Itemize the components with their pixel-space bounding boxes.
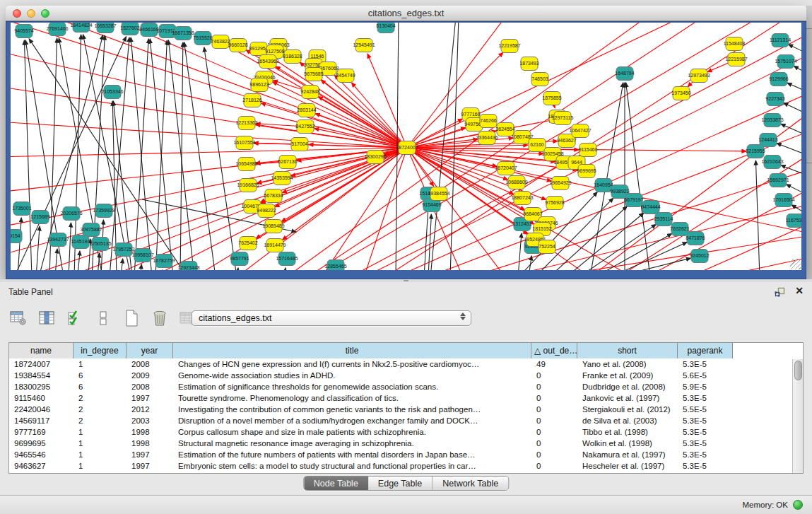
network-node[interactable]: 8427552	[295, 120, 314, 134]
table-cell[interactable]: Tibbo et al. (1998)	[577, 426, 678, 438]
network-node[interactable]: 9699695	[577, 165, 596, 178]
table-cell[interactable]: 18300295	[9, 381, 73, 392]
network-node[interactable]: 2803144	[297, 104, 316, 117]
table-cell[interactable]: 1	[73, 460, 126, 472]
table-cell[interactable]: 0	[531, 392, 577, 404]
table-cell[interactable]: 1997	[126, 460, 173, 472]
table-cell[interactable]: 5.9E-5	[678, 381, 733, 392]
network-node[interactable]: 9405574	[14, 25, 33, 38]
network-node[interactable]: 16914479	[264, 239, 286, 252]
table-cell[interactable]: Corpus callosum shape and size in male p…	[173, 426, 531, 438]
network-node[interactable]: 10653287	[94, 23, 116, 33]
table-cell[interactable]: 1998	[126, 426, 173, 438]
table-row[interactable]: 969969511998Structural magnetic resonanc…	[9, 438, 803, 449]
table-cell[interactable]: 1	[73, 358, 126, 370]
network-node[interactable]: 18414824	[70, 23, 92, 33]
table-cell[interactable]: 19384554	[9, 370, 73, 381]
table-cell[interactable]: Stergiakouli et al. (2012)	[577, 404, 678, 415]
network-node[interactable]: 20206576	[60, 207, 82, 221]
network-node[interactable]: 21053346	[101, 86, 123, 99]
network-node[interactable]: 12033873	[761, 114, 783, 127]
network-node[interactable]: 12973115	[552, 112, 574, 125]
table-cell[interactable]: 2	[73, 404, 126, 415]
window-titlebar[interactable]: citations_edges.txt	[6, 6, 806, 21]
table-cell[interactable]: 0	[531, 426, 577, 438]
network-node[interactable]: 23364436	[476, 132, 498, 145]
network-node[interactable]: 8130404	[376, 23, 395, 33]
network-node[interactable]: 11548408	[724, 37, 746, 51]
network-node[interactable]: 30975887	[80, 223, 102, 237]
network-node[interactable]: 19166825	[237, 179, 259, 192]
table-cell[interactable]: 2	[73, 415, 126, 426]
network-node[interactable]: 5678334	[264, 189, 283, 203]
column-header-year[interactable]: year	[126, 343, 173, 358]
network-node[interactable]: 9896123	[249, 78, 269, 92]
network-node[interactable]: 9498222	[257, 204, 276, 218]
network-node[interactable]: 7632621	[670, 223, 689, 236]
table-cell[interactable]: 9115460	[9, 392, 73, 404]
network-node[interactable]: 15716485	[276, 252, 298, 266]
network-node[interactable]: 1873493	[519, 57, 539, 71]
network-node[interactable]: 7515526	[193, 32, 212, 45]
column-header-name[interactable]: name	[9, 343, 73, 358]
table-cell[interactable]: 49	[531, 358, 577, 370]
table-row[interactable]: 1938455462009Genome-wide association stu…	[9, 370, 803, 381]
network-node[interactable]: 12219587	[498, 40, 520, 53]
table-cell[interactable]: 6	[73, 370, 126, 381]
table-cell[interactable]: 5.3E-5	[678, 358, 733, 370]
network-node[interactable]: 9115460	[579, 144, 598, 157]
table-cell[interactable]: 1998	[126, 438, 173, 449]
network-node[interactable]: 2935114	[654, 213, 673, 226]
table-cell[interactable]: 5.3E-5	[678, 392, 733, 404]
network-canvas[interactable]: 9405574276914061841482410653287152760294…	[11, 23, 801, 270]
table-cell[interactable]: Jankovic et al. (1997)	[577, 392, 678, 404]
scrollbar-thumb[interactable]	[794, 361, 802, 380]
table-row[interactable]: 1456911722003Disruption of a novel membe…	[9, 415, 803, 426]
table-cell[interactable]: 1	[73, 426, 126, 438]
table-cell[interactable]: 2012	[126, 404, 173, 415]
column-header-pagerank[interactable]: pagerank	[678, 343, 733, 358]
table-cell[interactable]: 0	[531, 449, 577, 460]
network-node[interactable]: 12505135	[89, 238, 111, 251]
network-node[interactable]: 1167533	[786, 214, 801, 228]
table-row[interactable]: 946362711997Embryonic stem cells: a mode…	[9, 460, 803, 472]
table-cell[interactable]: Changes of HCN gene expression and I(f) …	[173, 358, 531, 370]
table-cell[interactable]: 18724007	[9, 358, 73, 370]
network-node[interactable]: 14353594	[271, 172, 293, 185]
network-node[interactable]: 8186328	[283, 50, 302, 64]
network-node[interactable]: 8471876	[686, 232, 705, 245]
table-cell[interactable]: Genome-wide association studies in ADHD.	[173, 370, 531, 381]
network-node[interactable]: 1527602	[120, 23, 139, 35]
network-node[interactable]: 5267130	[278, 156, 297, 169]
delete-icon[interactable]	[150, 309, 170, 327]
table-cell[interactable]: Disruption of a novel member of a sodium…	[173, 415, 531, 426]
column-header-short[interactable]: short	[577, 343, 678, 358]
table-cell[interactable]: 0	[531, 438, 577, 449]
network-node[interactable]: 10958107	[131, 249, 153, 262]
network-node[interactable]: 16543962	[257, 55, 278, 69]
network-node[interactable]: 12213363	[235, 117, 257, 130]
network-node[interactable]: 746266	[480, 115, 497, 128]
table-row[interactable]: 1830029562008Estimation of significance …	[9, 381, 803, 392]
table-row[interactable]: 1872400712008Changes of HCN gene express…	[9, 358, 803, 370]
table-cell[interactable]: 1	[73, 449, 126, 460]
network-node[interactable]: 19384554	[428, 187, 449, 201]
network-node[interactable]: 517004	[291, 138, 308, 151]
close-panel-icon[interactable]: ✕	[795, 285, 804, 296]
network-node[interactable]: 19654923	[549, 177, 571, 190]
column-header-in_degree[interactable]: in_degree	[73, 343, 126, 358]
resize-grip[interactable]	[790, 259, 801, 269]
table-cell[interactable]: 1	[73, 438, 126, 449]
network-node[interactable]: 18300295	[364, 151, 386, 164]
table-cell[interactable]: 9463627	[9, 460, 73, 472]
table-cell[interactable]: Tourette syndrome. Phenomenology and cla…	[173, 392, 531, 404]
network-node[interactable]: 15751074	[775, 55, 796, 69]
table-cell[interactable]: Investigating the contribution of common…	[173, 404, 531, 415]
table-cell[interactable]: 2008	[126, 381, 173, 392]
network-node[interactable]: 18724007	[396, 141, 418, 155]
table-cell[interactable]: 2008	[126, 358, 173, 370]
network-node[interactable]: 13942737	[47, 233, 69, 247]
table-cell[interactable]: 0	[531, 460, 577, 472]
network-node[interactable]: 19089489	[262, 220, 284, 233]
tab-node-table[interactable]: Node Table	[304, 477, 368, 490]
